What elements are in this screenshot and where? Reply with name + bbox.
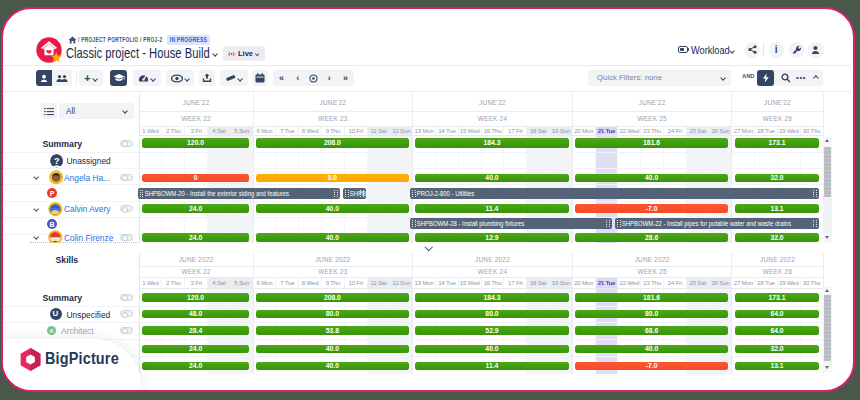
svg-text:?: ? — [53, 156, 59, 166]
